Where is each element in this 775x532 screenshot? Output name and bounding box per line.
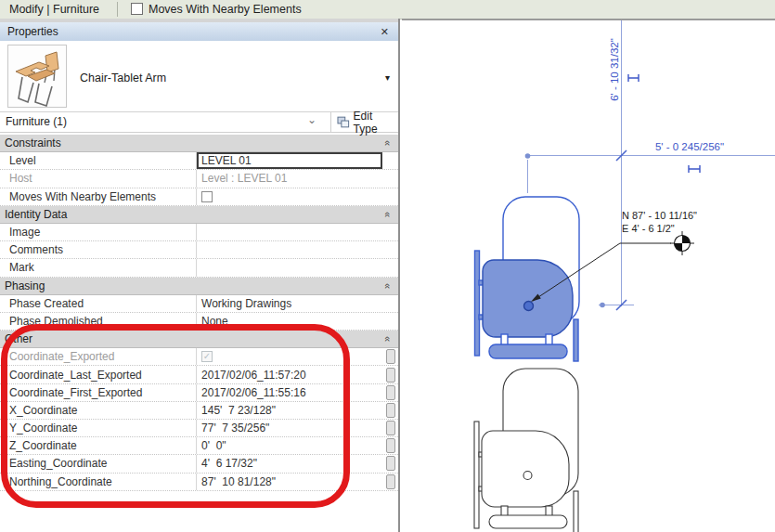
properties-titlebar[interactable]: Properties ✕ (0, 22, 398, 41)
property-value-phase-created[interactable]: Working Drawings (197, 295, 382, 312)
type-selector-dropdown-icon[interactable]: ▾ (385, 72, 390, 83)
property-label: Moves With Nearby Elements (0, 188, 197, 205)
ribbon-separator (117, 2, 118, 17)
chair-top-view[interactable] (474, 369, 578, 532)
property-value-phase-demolished[interactable]: None (197, 313, 382, 330)
associate-parameter-button[interactable] (386, 456, 395, 471)
associate-parameter-button[interactable] (386, 368, 395, 383)
checkbox: ✓ (201, 351, 213, 362)
witness-dot-bottom[interactable] (600, 303, 605, 308)
property-value-coordinate-first-exported[interactable]: 2017/02/06_11:55:16 (197, 384, 382, 401)
property-row-moves-with-nearby-elements: Moves With Nearby Elements (0, 188, 398, 206)
spot-north-text[interactable]: N 87' - 10 11/16" (622, 210, 697, 221)
associate-parameter-button[interactable] (386, 474, 395, 489)
edit-type-icon (337, 116, 350, 128)
property-row-host: HostLevel : LEVEL 01 (0, 170, 398, 188)
property-value-z-coordinate[interactable]: 0' 0" (197, 437, 382, 454)
section-header-identity-data[interactable]: Identity Data« (0, 206, 398, 224)
row-right-gutter (382, 152, 398, 169)
associate-parameter-button[interactable] (386, 421, 395, 435)
combo-chevron-icon[interactable]: ⌄ (307, 110, 316, 129)
section-header-constraints[interactable]: Constraints« (0, 135, 398, 152)
associate-parameter-button[interactable] (386, 349, 395, 364)
row-right-gutter (382, 420, 398, 436)
properties-title: Properties (7, 22, 58, 41)
associate-parameter-button[interactable] (386, 385, 395, 400)
property-value-easting-coordinate[interactable]: 4' 6 17/32" (197, 455, 382, 472)
moves-with-nearby-elements-checkbox[interactable] (131, 3, 143, 15)
property-row-northing-coordinate: Northing_Coordinate87' 10 81/128" (0, 474, 398, 491)
dimension-grip-vertical[interactable] (628, 74, 639, 82)
drawing-canvas[interactable]: 6' - 10 31/32" 5' - 0 245/256" (402, 19, 775, 532)
property-value-moves-with-nearby-elements[interactable] (197, 188, 382, 205)
row-right-gutter (382, 366, 398, 383)
dimension-grip-horizontal[interactable] (689, 165, 700, 173)
property-value-x-coordinate[interactable]: 145' 7 23/128" (197, 402, 382, 419)
property-label: Y_Coordinate (0, 420, 197, 436)
property-value-comments[interactable] (197, 241, 382, 258)
row-right-gutter (382, 259, 398, 276)
chair-icon (8, 45, 66, 107)
section-title: Identity Data (0, 208, 67, 221)
row-right-gutter (382, 170, 398, 187)
property-value-host: Level : LEVEL 01 (197, 170, 382, 187)
row-right-gutter (382, 295, 398, 312)
spot-east-text[interactable]: E 4' - 6 1/2" (622, 223, 675, 234)
property-label: Image (0, 224, 197, 240)
section-collapse-icon[interactable]: « (382, 336, 394, 342)
section-title: Constraints (0, 136, 61, 149)
property-label: Coordinate_Exported (0, 348, 197, 365)
selector-row: Furniture (1) ⌄ Edit Type (0, 111, 398, 133)
chair-seat[interactable] (482, 431, 569, 507)
chair-seat[interactable] (483, 260, 573, 337)
property-row-phase-demolished: Phase DemolishedNone (0, 313, 398, 331)
close-icon[interactable]: ✕ (381, 22, 389, 41)
section-collapse-icon[interactable]: « (382, 140, 394, 146)
property-label: Mark (0, 259, 197, 276)
property-label: Easting_Coordinate (0, 455, 197, 472)
horizontal-dimension-text[interactable]: 5' - 0 245/256" (655, 141, 724, 152)
property-value-mark[interactable] (197, 259, 382, 276)
row-right-gutter (382, 384, 398, 401)
property-label: Level (0, 152, 197, 169)
property-value-level[interactable]: LEVEL 01 (197, 152, 382, 169)
spot-coordinate-symbol[interactable] (670, 231, 694, 255)
witness-dot-top[interactable] (525, 153, 531, 159)
moves-with-nearby-elements-label: Moves With Nearby Elements (149, 0, 302, 19)
property-label: Host (0, 170, 197, 187)
chair-top-view-selected[interactable] (475, 197, 580, 361)
property-value-coordinate-last-exported[interactable]: 2017/02/06_11:57:20 (197, 366, 382, 383)
checkbox[interactable] (201, 191, 213, 202)
property-row-coordinate-first-exported: Coordinate_First_Exported2017/02/06_11:5… (0, 384, 398, 402)
vertical-dimension-text[interactable]: 6' - 10 31/32" (609, 38, 620, 101)
modify-furniture-tab[interactable]: Modify | Furniture (9, 0, 99, 19)
row-right-gutter (382, 474, 398, 490)
associate-parameter-button[interactable] (386, 438, 395, 453)
row-right-gutter (382, 455, 398, 472)
type-name: Chair-Tablet Arm (80, 71, 166, 84)
section-header-phasing[interactable]: Phasing« (0, 278, 398, 295)
property-label: Z_Coordinate (0, 437, 197, 454)
type-preview-area: Chair-Tablet Arm ▾ (0, 41, 398, 111)
property-value-northing-coordinate[interactable]: 87' 10 81/128" (197, 474, 382, 490)
property-row-easting-coordinate: Easting_Coordinate4' 6 17/32" (0, 455, 398, 473)
property-row-coordinate-exported: Coordinate_Exported✓ (0, 348, 398, 366)
row-right-gutter (382, 188, 398, 205)
element-filter-label: Furniture (1) (6, 115, 67, 128)
associate-parameter-button[interactable] (386, 403, 395, 418)
property-label: Phase Created (0, 295, 197, 312)
property-label: Coordinate_First_Exported (0, 384, 197, 401)
section-collapse-icon[interactable]: « (382, 283, 394, 289)
section-title: Other (0, 332, 32, 345)
element-filter-select[interactable]: Furniture (1) ⌄ (0, 112, 330, 132)
property-value-image[interactable] (197, 224, 382, 240)
row-right-gutter (382, 224, 398, 240)
type-thumbnail (7, 45, 67, 108)
section-header-other[interactable]: Other« (0, 331, 398, 348)
section-collapse-icon[interactable]: « (382, 212, 394, 217)
chair-center-point[interactable] (524, 302, 534, 311)
edit-type-button[interactable]: Edit Type (331, 112, 398, 132)
property-row-comments: Comments (0, 241, 398, 259)
property-value-y-coordinate[interactable]: 77' 7 35/256" (197, 420, 382, 436)
properties-palette: Properties ✕ Chair-Tablet Arm ▾ Furnitur… (0, 19, 400, 532)
